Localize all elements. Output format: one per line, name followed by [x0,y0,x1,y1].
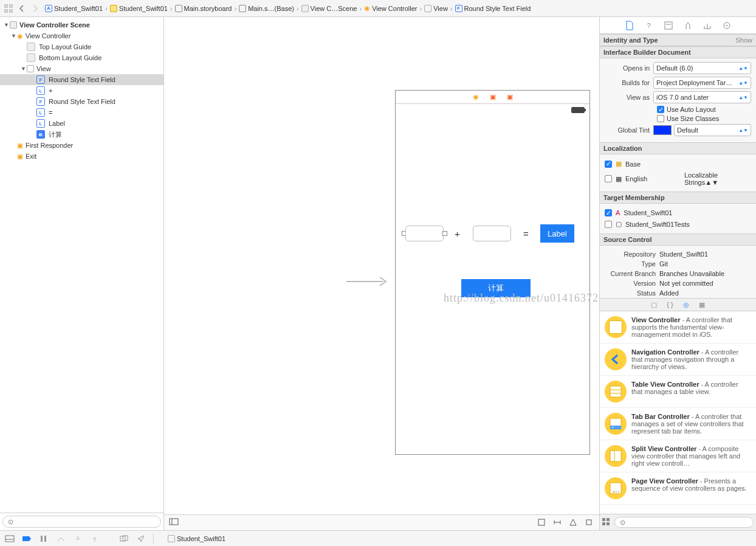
outline-item[interactable]: FRound Style Text Field [0,96,163,107]
svg-point-30 [618,491,620,493]
media-library-tab[interactable]: ▦ [699,301,705,309]
identity-inspector-tab[interactable] [663,20,674,31]
opens-in-select[interactable]: Default (6.0)▲▼ [653,62,751,74]
file-inspector-tab[interactable] [624,20,635,31]
table-icon [605,381,627,403]
view-as-select[interactable]: iOS 7.0 and Later▲▼ [653,91,751,103]
view-debug-icon[interactable] [119,534,129,544]
svg-rect-3 [10,10,12,12]
first-responder-dock-icon[interactable]: ▣ [490,93,496,101]
back-icon[interactable] [17,4,27,13]
builds-for-select[interactable]: Project Deployment Tar…▲▼ [653,77,751,89]
crumb-base[interactable]: Main.s…(Base) [239,5,294,12]
library-filter-input[interactable] [614,517,754,528]
scene-dock[interactable]: ◉ ▣ ▣ [396,91,589,104]
step-out-icon[interactable] [90,534,100,544]
location-icon[interactable] [136,534,146,544]
crumb-view[interactable]: View [424,5,448,12]
show-link[interactable]: Show [735,36,752,44]
exit-dock-icon[interactable]: ▣ [507,93,513,101]
hide-debug-icon[interactable] [5,534,15,544]
svg-rect-2 [5,10,7,12]
split-icon [605,445,627,467]
result-label[interactable]: Label [540,224,574,243]
crumb-scene[interactable]: View C…Scene [301,5,357,12]
outline-item[interactable]: FRound Style Text Field [0,74,163,85]
source-control-header: Source Control [600,233,756,246]
text-field-1[interactable] [405,226,444,241]
crumb-storyboard[interactable]: Main.storyboard [175,5,232,12]
library-item[interactable]: Table View Controller - A controller tha… [600,376,756,408]
view-controller-canvas[interactable]: ◉ ▣ ▣ + = Label 计算 [395,90,590,455]
status-bar [396,104,589,116]
file-template-tab[interactable]: ▢ [651,301,657,309]
svg-rect-23 [610,426,621,429]
canvas[interactable]: ◉ ▣ ▣ + = Label 计算 http://b [164,17,599,530]
inspector-tabs: ? [600,17,756,34]
outline-item[interactable]: L+ [0,85,163,96]
resizing-icon[interactable] [585,518,594,528]
code-snippet-tab[interactable]: { } [667,301,673,308]
text-field-2[interactable] [473,226,511,241]
connections-inspector-tab[interactable] [721,20,732,31]
library-item[interactable]: Tab Bar Controller - A controller that m… [600,408,756,440]
tint-color-well[interactable] [653,125,672,135]
object-library[interactable]: View Controller - A controller that supp… [600,311,756,514]
vc-row[interactable]: ▼◉View Controller [0,30,163,41]
selection-handle[interactable] [442,231,447,236]
attributes-inspector-tab[interactable] [682,20,693,31]
calculate-button[interactable]: 计算 [461,279,531,297]
crumb-vc[interactable]: ◉View Controller [364,4,417,12]
outline-filter-input[interactable] [2,516,161,528]
segue-arrow-icon [346,272,389,291]
english-checkbox[interactable] [605,175,612,182]
size-classes-checkbox[interactable] [657,115,664,122]
crumb-folder[interactable]: Student_Swift01 [110,5,168,12]
battery-icon [571,107,585,113]
step-in-icon[interactable] [73,534,83,544]
target1-checkbox[interactable]: ✓ [605,209,612,216]
help-inspector-tab[interactable]: ? [644,20,655,31]
base-checkbox[interactable]: ✓ [605,161,612,168]
vc-dock-icon[interactable]: ◉ [473,93,479,101]
continue-icon[interactable] [39,534,49,544]
inspector-panel: ? Identity and Type Show Interface Build… [599,17,756,530]
debug-target[interactable]: Student_Swift01 [168,535,225,542]
outline-toggle-icon[interactable] [169,518,179,528]
bottom-guide-row[interactable]: Bottom Layout Guide [0,52,163,63]
resolve-icon[interactable] [569,518,579,528]
view-row[interactable]: ▼View [0,63,163,74]
outline-item[interactable]: L= [0,107,163,118]
scene-row[interactable]: ▼View Controller Scene [0,19,163,30]
global-tint-select[interactable]: Default▲▼ [674,124,751,136]
ibdoc-section-header: Interface Builder Document [600,46,756,58]
library-item[interactable]: Navigation Controller - A controller tha… [600,344,756,376]
grid-view-icon[interactable] [602,518,611,527]
library-filter-bar [600,514,756,530]
breakpoints-icon[interactable] [22,534,32,544]
loc-type-select[interactable]: Localizable Strings▲▼ [684,171,751,186]
outline-item[interactable]: LLabel [0,118,163,129]
size-inspector-tab[interactable] [702,20,713,31]
library-item[interactable]: Page View Controller - Presents a sequen… [600,472,756,505]
library-item[interactable]: View Controller - A controller that supp… [600,311,756,344]
plus-label: + [455,229,460,239]
first-responder-row[interactable]: ▣First Responder [0,140,163,151]
crumb-textfield[interactable]: FRound Style Text Field [455,5,531,12]
auto-layout-checkbox[interactable]: ✓ [657,106,664,113]
svg-rect-34 [607,522,610,525]
outline-item[interactable]: B计算 [0,129,163,140]
target2-checkbox[interactable] [605,221,612,228]
object-library-tab[interactable]: ◎ [683,301,689,309]
library-item[interactable]: Split View Controller - A composite view… [600,440,756,472]
pin-icon[interactable] [553,518,563,528]
crumb-project[interactable]: AStudent_Swift01 [45,5,103,12]
svg-rect-25 [610,451,621,461]
top-guide-row[interactable]: Top Layout Guide [0,41,163,52]
align-icon[interactable] [537,518,547,528]
exit-row[interactable]: ▣Exit [0,151,163,162]
svg-rect-19 [610,386,621,397]
forward-icon[interactable] [30,4,40,13]
related-items-icon[interactable] [4,4,13,13]
step-over-icon[interactable] [56,534,66,544]
